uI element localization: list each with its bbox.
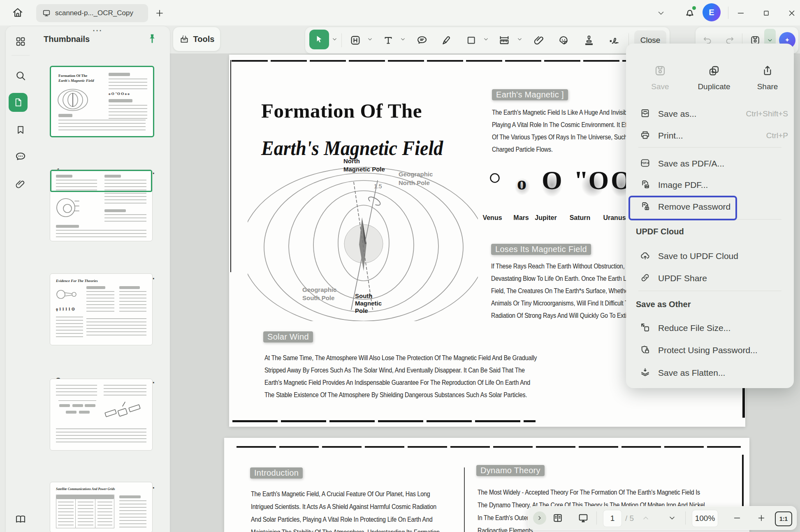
close-window-button[interactable] xyxy=(786,7,798,19)
zoom-level-input[interactable]: 100% xyxy=(692,510,718,527)
text-tool-chevron[interactable] xyxy=(399,35,406,43)
menu-item-protect-using-password[interactable]: Protect Using Password... xyxy=(626,339,794,361)
stamp-tool-button[interactable] xyxy=(582,33,596,48)
select-tool-button[interactable] xyxy=(309,30,329,49)
measure-tool-button[interactable] xyxy=(497,33,512,48)
home-icon xyxy=(12,7,24,19)
pen-tool-button[interactable] xyxy=(439,33,454,48)
menu-item-label: Print... xyxy=(658,131,683,141)
maximize-icon xyxy=(762,9,770,17)
thumbnail-page-5[interactable]: Satellite Communications And Power Grids xyxy=(50,482,153,532)
mars-glyph: o xyxy=(517,174,526,193)
doc-text-line: The Earth's Magnetic Field Is Like A Hug… xyxy=(492,106,640,119)
reader-mode-button[interactable] xyxy=(11,510,30,529)
notifications-button[interactable] xyxy=(682,5,698,21)
menu-item-save-to-updf-cloud[interactable]: Save to UPDF Cloud xyxy=(626,245,794,267)
thumbnail-page-1[interactable]: Formation Of The Earth's Magnetic Field … xyxy=(50,66,154,137)
protect-password-icon xyxy=(640,344,651,357)
thumb4-text3 xyxy=(56,428,146,444)
planet-label-mars: Mars xyxy=(513,214,529,222)
header-tool-button[interactable] xyxy=(348,33,363,48)
tools-button[interactable]: Tools xyxy=(173,27,220,51)
select-tool-chevron[interactable] xyxy=(331,35,338,43)
menu-item-save-as-pdf-a[interactable]: PDF/ASave as PDF/A... xyxy=(626,153,794,175)
header-tool-chevron[interactable] xyxy=(366,35,373,43)
menu-item-label: Save as PDF/A... xyxy=(658,159,724,169)
planet-label-venus: Venus xyxy=(482,214,502,222)
comment-tool-button[interactable] xyxy=(415,33,429,48)
thumb3-glyphs: ϙ 1 1 1 1 ⊙ xyxy=(56,307,75,311)
sidebar-item-search[interactable] xyxy=(11,66,30,85)
doc-text-line: The Earth's Magnetic Field, A Crucial Fe… xyxy=(251,488,493,500)
chip-dynamo-theory: Dynamo Theory xyxy=(476,465,545,476)
sidebar-item-thumbnails-active[interactable] xyxy=(9,93,28,112)
new-tab-button[interactable] xyxy=(153,7,166,20)
text-tool-button[interactable] xyxy=(381,33,396,48)
collapse-bar-button[interactable] xyxy=(533,511,546,525)
menu-item-print[interactable]: Print...Ctrl+P xyxy=(626,125,794,147)
zoom-out-button[interactable] xyxy=(731,512,743,524)
next-page-button[interactable] xyxy=(666,512,678,524)
thumb5-title: Satellite Communications And Power Grids xyxy=(56,487,115,491)
sticker-tool-button[interactable] xyxy=(556,33,571,48)
menu-quick-share[interactable]: Share xyxy=(745,64,790,91)
cloud-upload-icon xyxy=(640,250,651,263)
sidebar-item-bookmarks[interactable] xyxy=(11,120,30,139)
menu-quick-duplicate[interactable]: Duplicate xyxy=(691,64,737,91)
zoom-in-button[interactable] xyxy=(756,512,767,524)
thumb1-title-line1: Formation Of The xyxy=(58,74,87,78)
doc-text-line: Field, The Creatures On The Earth*s Surf… xyxy=(491,285,640,297)
shape-tool-chevron[interactable] xyxy=(482,35,489,43)
save-as-icon xyxy=(640,108,651,120)
avatar[interactable]: E xyxy=(703,3,721,21)
window-menu-chevron[interactable] xyxy=(655,7,667,19)
attach-tool-button[interactable] xyxy=(532,33,547,48)
page-layout-button[interactable] xyxy=(551,511,564,525)
doc-text-line: Of The Various Types Of Rays In The Univ… xyxy=(492,131,640,143)
menu-item-label: Save as Flatten... xyxy=(658,368,725,378)
header-tool-icon xyxy=(349,34,362,46)
col-paragraph: The Earth's Magnetic Field Is Like A Hug… xyxy=(492,106,640,156)
menu-item-updf-share[interactable]: UPDF Share xyxy=(626,267,794,289)
doc-text-line: Playing A Vital Role In The Cosmic Envir… xyxy=(492,119,640,131)
thumb3-title: Evidence For The Theories xyxy=(56,279,98,283)
doc-title-line2: Earth's Magnetic Field xyxy=(261,136,443,160)
close-icon xyxy=(787,9,796,18)
thumb3-text1 xyxy=(86,291,114,314)
thumbnail-page-3[interactable]: Evidence For The Theories ϙ 1 1 1 1 ⊙ xyxy=(50,273,153,345)
menu-item-image-pdf[interactable]: Image PDF... xyxy=(626,174,794,196)
thumbnail-page-4[interactable] xyxy=(50,379,153,451)
sidebar-item-comments[interactable] xyxy=(11,147,30,166)
doc-text-line: If These Rays Reach The Earth Without Ob… xyxy=(491,260,640,273)
panel-drag-handle[interactable]: ⋯ xyxy=(92,25,103,36)
sidebar-item-attachments[interactable] xyxy=(11,175,30,194)
document-tab[interactable]: scanned-p..._OCR_Copy xyxy=(36,4,148,22)
menu-item-reduce-file-size[interactable]: Reduce File Size... xyxy=(626,317,794,339)
stamp-tool-icon xyxy=(583,34,595,46)
bottom-bar: 1 / 5 100% 1:1 xyxy=(528,506,797,530)
actual-size-button[interactable]: 1:1 xyxy=(775,511,792,526)
presentation-button[interactable] xyxy=(577,511,590,525)
previous-page-button[interactable] xyxy=(640,512,652,524)
minimize-icon xyxy=(736,9,745,18)
shape-tool-button[interactable] xyxy=(464,33,479,48)
thumbnail-page-2[interactable] xyxy=(50,169,153,241)
thumb4-text1 xyxy=(56,385,97,396)
menu-item-save-as-flatten[interactable]: Save as Flatten... xyxy=(626,362,794,384)
signature-tool-button[interactable] xyxy=(607,33,621,48)
thumb3-text3 xyxy=(56,317,83,338)
maximize-button[interactable] xyxy=(760,7,772,19)
measure-tool-chevron[interactable] xyxy=(516,35,523,43)
reduce-size-icon xyxy=(640,322,651,335)
minimize-button[interactable] xyxy=(735,7,747,19)
thumb4-text2 xyxy=(104,385,146,396)
share-icon xyxy=(761,64,774,77)
panel-title: Thumbnails xyxy=(44,35,90,44)
printer-icon xyxy=(640,130,651,142)
pin-button[interactable] xyxy=(144,30,160,47)
menu-item-save-as[interactable]: Save as...Ctrl+Shift+S xyxy=(626,103,794,125)
titlebar-divider xyxy=(728,7,728,19)
page-number-input[interactable]: 1 xyxy=(603,510,622,527)
home-button[interactable] xyxy=(9,4,26,21)
sidebar-item-grid[interactable] xyxy=(11,32,30,51)
